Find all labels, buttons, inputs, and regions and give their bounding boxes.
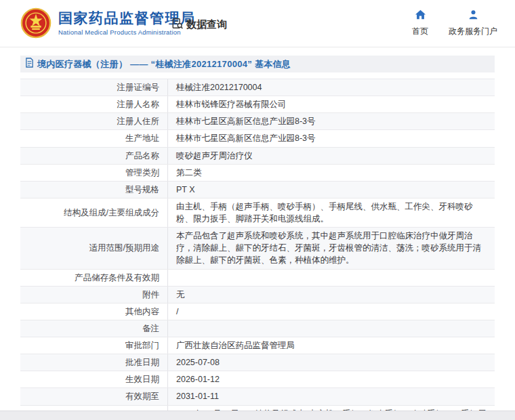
row-value: PT X xyxy=(167,182,495,198)
page-header: 国家药品监督管理局 National Medical Products Admi… xyxy=(0,0,515,47)
row-value: 2031-01-11 xyxy=(167,388,495,404)
row-label: 适用范围/预期用途 xyxy=(20,228,167,268)
nav-portal[interactable]: 政务服务门户 xyxy=(449,9,497,37)
table-row: 结构及组成/主要组成成分由主机、手柄（超声手柄、喷砂手柄）、手柄尾线、供水瓶、工… xyxy=(20,198,495,228)
table-row: 有效期至2031-01-11 xyxy=(20,388,495,405)
table-row: 附件无 xyxy=(20,287,495,303)
table-row: 审批部门广西壮族自治区药品监督管理局 xyxy=(20,337,495,354)
row-value: 喷砂超声牙周治疗仪 xyxy=(167,148,495,164)
table-row: 备注 xyxy=(20,320,495,337)
page-title: 境内医疗器械（注册） —— “桂械注准20212170004” 基本信息 xyxy=(37,58,291,70)
row-value: 2026-01-12 xyxy=(167,371,495,387)
row-value: / xyxy=(167,303,495,320)
table-row: 产品名称喷砂超声牙周治疗仪 xyxy=(20,148,495,165)
row-value: 本产品包含了超声系统和喷砂系统，其中超声系统用于口腔临床治疗中做牙周治疗，清除龈… xyxy=(167,228,495,268)
person-icon xyxy=(468,9,479,22)
table-row: 管理类别第二类 xyxy=(20,165,495,182)
table-row: 适用范围/预期用途本产品包含了超声系统和喷砂系统，其中超声系统用于口腔临床治疗中… xyxy=(20,228,495,269)
row-label: 型号规格 xyxy=(20,182,167,198)
row-value: 无 xyxy=(167,287,495,303)
nav-portal-label: 政务服务门户 xyxy=(449,26,497,37)
national-emblem-icon xyxy=(20,7,52,39)
footer-band xyxy=(0,411,515,420)
data-query-tab[interactable]: 数据查询 xyxy=(171,18,227,32)
row-label: 结构及组成/主要组成成分 xyxy=(20,198,167,227)
row-value: 桂林市七星区高新区信息产业园8-3号 xyxy=(167,113,495,129)
row-label: 产品名称 xyxy=(20,148,167,164)
row-value: 由主机、手柄（超声手柄、喷砂手柄）、手柄尾线、供水瓶、工作尖、牙科喷砂粉、限力扳… xyxy=(167,198,495,227)
row-label: 附件 xyxy=(20,287,167,303)
page-icon xyxy=(25,58,34,70)
table-row: 注册人名称桂林市锐锋医疗器械有限公司 xyxy=(20,96,495,113)
table-row: 型号规格PT X xyxy=(20,182,495,198)
row-value: 桂械注准20212170004 xyxy=(167,79,495,96)
table-row: 注册人住所桂林市七星区高新区信息产业园8-3号 xyxy=(20,113,495,130)
table-row: 产品储存条件及有效期 xyxy=(20,270,495,287)
row-label: 生效日期 xyxy=(20,371,167,387)
row-label: 审批部门 xyxy=(20,337,167,354)
site-logo: 国家药品监督管理局 National Medical Products Admi… xyxy=(20,7,196,39)
row-value: 桂林市锐锋医疗器械有限公司 xyxy=(167,96,495,112)
row-value xyxy=(167,320,495,337)
nav-home[interactable]: 首页 xyxy=(412,9,428,37)
row-label: 有效期至 xyxy=(20,388,167,404)
table-row: 批准日期2025-07-08 xyxy=(20,354,495,371)
row-label: 注册证编号 xyxy=(20,79,167,96)
row-value: 桂林市七星区高新区信息产业园8-3号 xyxy=(167,130,495,146)
row-label: 产品储存条件及有效期 xyxy=(20,270,167,286)
row-label: 备注 xyxy=(20,320,167,337)
table-row: 其他内容/ xyxy=(20,303,495,320)
data-query-label: 数据查询 xyxy=(186,18,227,31)
table-row: 生产地址桂林市七星区高新区信息产业园8-3号 xyxy=(20,130,495,147)
row-value: 广西壮族自治区药品监督管理局 xyxy=(167,337,495,354)
top-nav: 首页 政务服务门户 xyxy=(412,9,497,37)
row-label: 管理类别 xyxy=(20,165,167,181)
home-icon xyxy=(415,9,426,22)
row-label: 批准日期 xyxy=(20,354,167,371)
row-label: 注册人住所 xyxy=(20,113,167,129)
nav-home-label: 首页 xyxy=(412,26,428,37)
document-search-icon xyxy=(171,18,184,32)
row-value: 2025-07-08 xyxy=(167,354,495,371)
row-value: 第二类 xyxy=(167,165,495,181)
breadcrumb: 境内医疗器械（注册） —— “桂械注准20212170004” 基本信息 xyxy=(20,56,495,72)
row-label: 其他内容 xyxy=(20,303,167,320)
registration-info-table: 注册证编号桂械注准20212170004注册人名称桂林市锐锋医疗器械有限公司注册… xyxy=(20,79,495,420)
table-row: 生效日期2026-01-12 xyxy=(20,371,495,388)
table-row: 注册证编号桂械注准20212170004 xyxy=(20,79,495,96)
row-label: 注册人名称 xyxy=(20,96,167,112)
row-value xyxy=(167,270,495,286)
row-label: 生产地址 xyxy=(20,130,167,146)
